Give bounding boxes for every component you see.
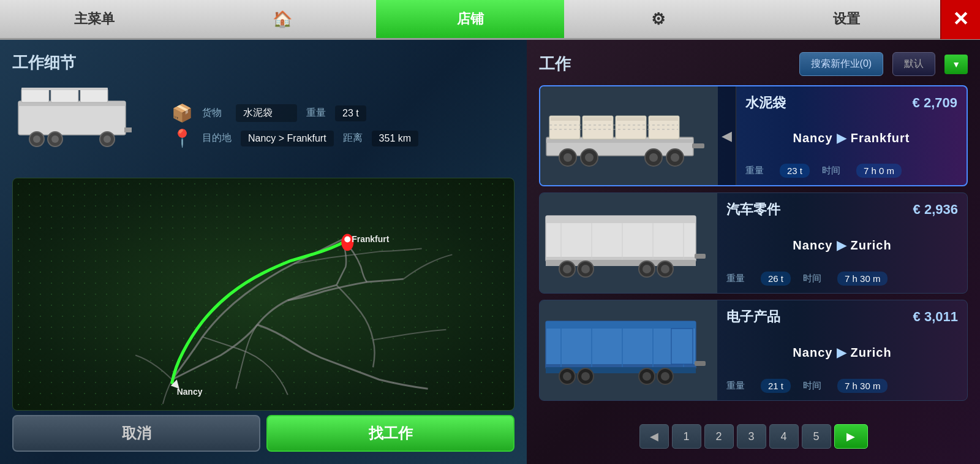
job-1-from: Nancy	[793, 131, 833, 145]
pagination-next[interactable]: ▶	[834, 424, 868, 449]
close-button[interactable]: ✕	[940, 0, 980, 39]
svg-rect-40	[546, 216, 696, 223]
job-3-to: Zurich	[851, 346, 892, 359]
route-arrow-1: ▶	[837, 131, 851, 145]
nav-main-menu[interactable]: 主菜单	[0, 0, 188, 38]
job-3-price: € 3,011	[913, 309, 958, 325]
dropdown-arrow-button[interactable]: ▼	[944, 55, 968, 74]
cargo-row: 📦 货物 水泥袋 重量 23 t	[172, 103, 514, 123]
nav-main-menu-label: 主菜单	[74, 10, 115, 28]
job-1-time-label: 时间	[822, 165, 840, 177]
svg-point-7	[104, 135, 111, 143]
pagination-page-3[interactable]: 3	[737, 424, 766, 449]
route-arrow-2: ▶	[837, 238, 851, 252]
svg-point-3	[33, 135, 40, 143]
pagination-page-1[interactable]: 1	[672, 424, 701, 449]
distance-label: 距离	[343, 132, 363, 145]
job-1-weight-value: 23 t	[780, 164, 810, 178]
nav-shop-label: 店铺	[457, 10, 484, 28]
job-1-time-value: 7 h 0 m	[856, 164, 902, 178]
cargo-icon: 📦	[172, 103, 193, 123]
job-card-3-info: 电子产品 € 3,011 Nancy ▶ Zurich 重量 21 t 时间 7…	[717, 300, 967, 400]
cargo-value: 水泥袋	[236, 104, 297, 122]
search-new-jobs-button[interactable]: 搜索新作业(0)	[799, 52, 884, 76]
svg-rect-19	[546, 139, 693, 143]
job-3-weight-label: 重量	[726, 380, 745, 392]
destination-icon: 📍	[172, 128, 193, 148]
cancel-button[interactable]: 取消	[12, 415, 260, 452]
nav-shop[interactable]: 店铺	[376, 0, 564, 38]
find-job-button[interactable]: 找工作	[266, 415, 514, 452]
gear-icon: ⚙	[651, 10, 665, 29]
destination-label: 目的地	[202, 132, 232, 145]
svg-rect-23	[584, 117, 612, 121]
job-list: ◀ 水泥袋 € 2,709 Nancy ▶ Frankfurt 重量 23 t	[539, 85, 968, 418]
left-panel: 工作细节	[0, 40, 527, 464]
svg-rect-21	[551, 117, 579, 121]
pagination: ◀ 1 2 3 4 5 ▶	[539, 418, 968, 452]
default-sort-button[interactable]: 默认	[892, 52, 935, 76]
svg-rect-58	[546, 321, 696, 329]
job-card-1-info: 水泥袋 € 2,709 Nancy ▶ Frankfurt 重量 23 t 时间…	[736, 86, 967, 185]
job-1-meta: 重量 23 t 时间 7 h 0 m	[745, 164, 957, 178]
bottom-buttons: 取消 找工作	[12, 415, 514, 452]
svg-rect-11	[80, 89, 108, 102]
nav-settings-label: 设置	[833, 10, 860, 28]
pagination-page-4[interactable]: 4	[769, 424, 799, 449]
svg-point-70	[581, 372, 590, 381]
job-2-time-value: 7 h 30 m	[837, 272, 888, 286]
weight-value: 23 t	[335, 105, 366, 121]
nav-gear[interactable]: ⚙	[564, 0, 752, 38]
job-2-cargo-name: 汽车零件	[726, 200, 780, 219]
svg-rect-38	[692, 143, 704, 148]
job-2-weight-value: 26 t	[761, 272, 791, 286]
map-svg: Frankfurt Nancy	[13, 178, 514, 410]
pagination-prev[interactable]: ◀	[639, 424, 669, 449]
job-3-route: Nancy ▶ Zurich	[726, 345, 958, 360]
right-panel: 工作 搜索新作业(0) 默认 ▼	[527, 40, 980, 464]
job-list-left-arrow[interactable]: ◀	[718, 86, 736, 185]
route-arrow-3: ▶	[837, 346, 851, 359]
job-3-meta: 重量 21 t 时间 7 h 30 m	[726, 379, 958, 393]
svg-point-37	[671, 153, 679, 162]
svg-rect-8	[124, 127, 132, 132]
job-1-route: Nancy ▶ Frankfurt	[745, 131, 957, 145]
home-icon: 🏠	[273, 10, 292, 29]
job-3-weight-value: 21 t	[761, 379, 791, 393]
nav-home[interactable]: 🏠	[188, 0, 376, 38]
job-3-time-label: 时间	[803, 380, 821, 392]
svg-rect-25	[617, 117, 645, 121]
svg-point-33	[585, 153, 594, 162]
job-card-1-image	[540, 86, 718, 185]
job-card-3[interactable]: 电子产品 € 3,011 Nancy ▶ Zurich 重量 21 t 时间 7…	[539, 300, 968, 401]
svg-point-35	[649, 153, 658, 162]
distance-value: 351 km	[372, 131, 418, 146]
pagination-page-2[interactable]: 2	[704, 424, 734, 449]
job-card-2[interactable]: 汽车零件 € 2,936 Nancy ▶ Zurich 重量 26 t 时间 7…	[539, 192, 968, 294]
job-card-2-info: 汽车零件 € 2,936 Nancy ▶ Zurich 重量 26 t 时间 7…	[717, 193, 967, 293]
job-2-time-label: 时间	[803, 273, 821, 284]
map-area: Frankfurt Nancy	[12, 178, 514, 411]
svg-point-5	[51, 135, 59, 143]
pagination-page-5[interactable]: 5	[802, 424, 831, 449]
job-card-2-top: 汽车零件 € 2,936	[726, 200, 958, 219]
truck-svg	[15, 86, 156, 153]
svg-point-14	[344, 237, 350, 243]
svg-rect-65	[671, 329, 693, 364]
svg-text:Frankfurt: Frankfurt	[352, 234, 389, 244]
job-card-1[interactable]: ◀ 水泥袋 € 2,709 Nancy ▶ Frankfurt 重量 23 t	[539, 85, 968, 186]
cargo-label: 货物	[202, 107, 227, 120]
right-header: 工作 搜索新作业(0) 默认 ▼	[539, 52, 968, 76]
svg-point-74	[661, 372, 669, 381]
svg-rect-12	[21, 88, 108, 90]
top-navigation: 主菜单 🏠 店铺 ⚙ 设置 ✕	[0, 0, 980, 40]
box-trailer-white-svg	[543, 199, 714, 287]
job-3-from: Nancy	[793, 346, 832, 359]
job-3-time-value: 7 h 30 m	[837, 379, 888, 393]
nav-settings[interactable]: 设置	[752, 0, 940, 38]
svg-point-53	[643, 265, 651, 273]
job-1-cargo-name: 水泥袋	[745, 94, 786, 112]
job-2-weight-label: 重量	[726, 273, 745, 284]
destination-row: 📍 目的地 Nancy > Frankfurt 距离 351 km	[172, 128, 514, 148]
job-card-3-image	[540, 300, 717, 400]
